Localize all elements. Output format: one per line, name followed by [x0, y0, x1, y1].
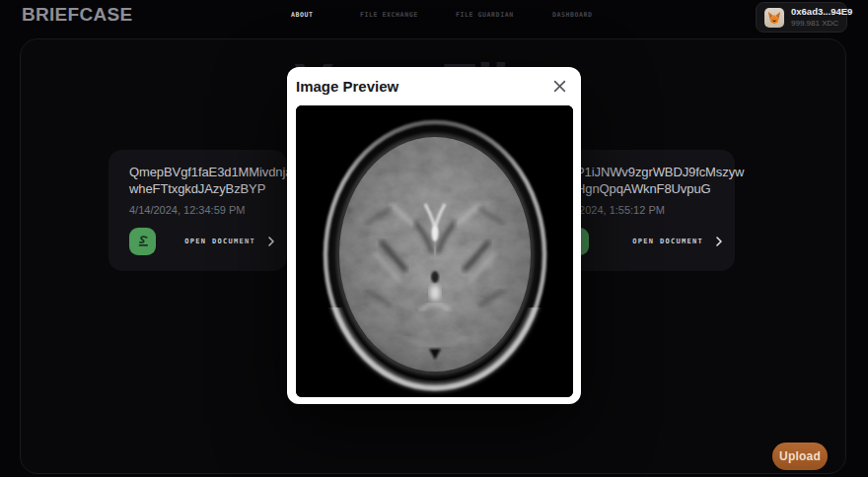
- file-timestamp: 4/14/2024, 12:34:59 PM: [129, 204, 281, 216]
- open-document-label: OPEN DOCUMENT: [632, 238, 703, 245]
- file-hash-line1: QmepBVgf1faE3d1MMivdnjanhhu: [129, 165, 281, 181]
- file-card: QmepBVgf1faE3d1MMivdnjanhhu wheFTtxgkdJA…: [108, 150, 287, 271]
- close-button[interactable]: [551, 78, 568, 95]
- preview-image-frame: [296, 105, 573, 397]
- nav-item-about[interactable]: ABOUT: [291, 11, 314, 19]
- file-hash-line2: wheFTtxgkdJAzyBzBYP: [129, 181, 281, 198]
- chevron-right-icon: [266, 235, 276, 249]
- upload-button[interactable]: Upload: [772, 443, 828, 470]
- document-icon: [134, 232, 152, 252]
- metamask-fox-icon: [764, 8, 784, 28]
- open-document-link[interactable]: OPEN DOCUMENT: [184, 235, 276, 249]
- open-document-link[interactable]: OPEN DOCUMENT: [632, 235, 724, 249]
- open-document-label: OPEN DOCUMENT: [184, 238, 255, 245]
- wallet-chip[interactable]: 0x6ad3...94E9 999.981 XDC: [756, 2, 847, 33]
- x-icon: [553, 81, 566, 96]
- file-timestamp: /2024, 1:55:12 PM: [576, 204, 729, 216]
- modal-title: Image Preview: [296, 78, 398, 95]
- image-preview-modal: Image Preview: [287, 67, 581, 404]
- preview-document-button[interactable]: [129, 228, 156, 255]
- brain-mri-image: [296, 105, 573, 397]
- file-card: P1iJNWv9zgrWBDJ9fcMszyw HgnQpqAWknF8Uvpu…: [555, 150, 735, 271]
- chevron-right-icon: [714, 235, 724, 249]
- file-hash-line2: HgnQpqAWknF8UvpuG: [576, 181, 729, 198]
- wallet-address: 0x6ad3...94E9: [791, 7, 852, 17]
- app-logo: BRIEFCASE: [22, 4, 133, 26]
- nav-item-dashboard[interactable]: DASHBOARD: [552, 11, 593, 19]
- file-hash-line1: P1iJNWv9zgrWBDJ9fcMszyw: [576, 165, 729, 181]
- nav-item-file-exchange[interactable]: FILE EXCHANGE: [360, 11, 418, 19]
- wallet-balance: 999.981 XDC: [791, 20, 852, 28]
- nav-item-file-guardian[interactable]: FILE GUARDIAN: [456, 11, 514, 19]
